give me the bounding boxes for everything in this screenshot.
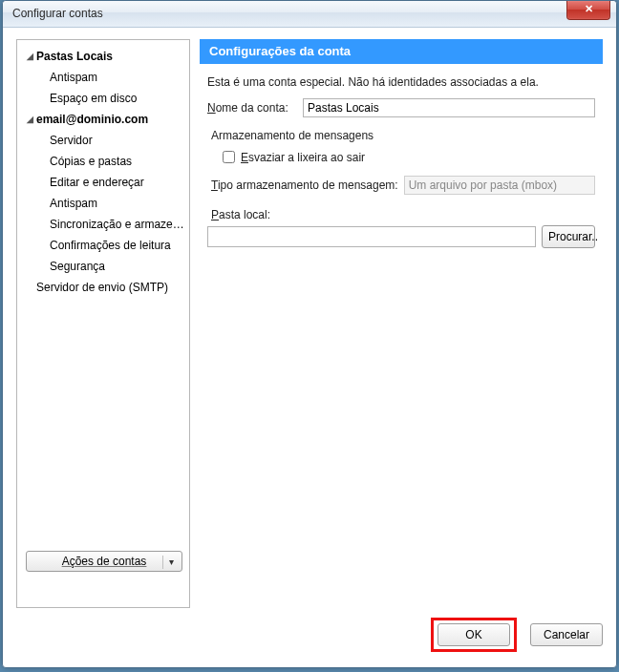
tree-item-copies-folders[interactable]: Cópias e pastas (17, 151, 189, 172)
dropdown-caret-icon: ▾ (162, 556, 174, 569)
empty-trash-checkbox[interactable] (223, 151, 235, 163)
tree-item-antispam-2[interactable]: Antispam (17, 193, 189, 214)
tree-item-label: Editar e endereçar (50, 176, 144, 189)
account-name-label: Nome da conta: (207, 101, 303, 115)
account-actions-label: Ações de contas (62, 555, 147, 568)
panel-header: Configurações da conta (200, 39, 603, 64)
tree-item-label: Antispam (50, 197, 97, 210)
tree-item-read-receipts[interactable]: Confirmações de leitura (17, 235, 189, 256)
tree-item-label: Servidor de envio (SMTP) (36, 281, 168, 294)
expand-icon[interactable]: ◢ (23, 52, 36, 61)
account-name-input[interactable] (303, 98, 595, 117)
tree-item-server[interactable]: Servidor (17, 130, 189, 151)
tree-item-security[interactable]: Segurança (17, 256, 189, 277)
account-actions-button[interactable]: Ações de contas ▾ (26, 551, 182, 572)
tree-item-antispam[interactable]: Antispam (17, 67, 189, 88)
tree-item-label: Segurança (50, 260, 105, 273)
tree-item-email-account[interactable]: ◢ email@dominio.com (17, 109, 189, 130)
ok-button[interactable]: OK (438, 623, 510, 646)
close-button[interactable]: ✕ (566, 1, 610, 20)
panel-description: Esta é uma conta especial. Não há identi… (207, 75, 595, 89)
storage-group-label: Armazenamento de mensagens (211, 129, 595, 142)
tree-item-label: Espaço em disco (50, 92, 137, 105)
ok-highlight: OK (431, 618, 517, 652)
tree-item-label: Servidor (50, 134, 93, 147)
tree-item-label: email@dominio.com (36, 113, 148, 126)
dialog-window: Configurar contas ✕ ◢ Pastas Locais Anti… (2, 0, 617, 668)
browse-button[interactable]: Procurar.. (542, 225, 595, 248)
client-area: ◢ Pastas Locais Antispam Espaço em disco… (11, 33, 608, 660)
tree-item-label: Sincronização e armazena... (50, 218, 189, 231)
tree-item-label: Cópias e pastas (50, 155, 132, 168)
tree-item-sync-storage[interactable]: Sincronização e armazena... (17, 214, 189, 235)
cancel-button[interactable]: Cancelar (530, 623, 603, 646)
window-title: Configurar contas (12, 7, 103, 20)
settings-panel: Configurações da conta Esta é uma conta … (200, 39, 603, 606)
accounts-tree: ◢ Pastas Locais Antispam Espaço em disco… (16, 39, 190, 608)
storage-type-field (404, 176, 595, 195)
tree-item-smtp[interactable]: Servidor de envio (SMTP) (17, 277, 189, 298)
tree-item-label: Confirmações de leitura (50, 239, 171, 252)
storage-type-label: Tipo armazenamento de mensagem: (211, 178, 398, 192)
tree-item-local-folders[interactable]: ◢ Pastas Locais (17, 46, 189, 67)
local-folder-label: Pasta local: (211, 208, 595, 221)
tree-item-label: Antispam (50, 71, 97, 84)
tree-item-disk-space[interactable]: Espaço em disco (17, 88, 189, 109)
dialog-footer: OK Cancelar (431, 616, 603, 654)
tree-item-edit-address[interactable]: Editar e endereçar (17, 172, 189, 193)
tree-item-label: Pastas Locais (36, 50, 113, 63)
close-icon: ✕ (585, 3, 593, 14)
titlebar[interactable]: Configurar contas ✕ (3, 1, 616, 28)
local-folder-input[interactable] (207, 226, 536, 247)
expand-icon[interactable]: ◢ (23, 115, 36, 124)
empty-trash-label: Esvaziar a lixeira ao sair (241, 151, 365, 164)
